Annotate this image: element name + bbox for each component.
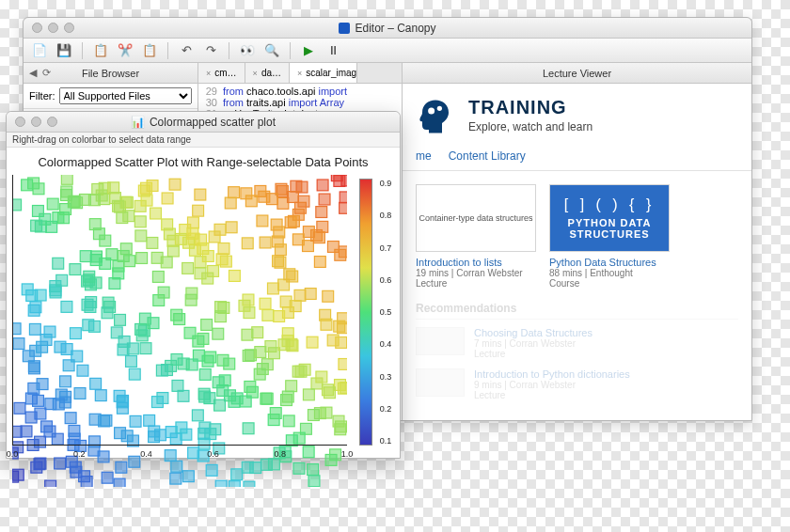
svg-rect-229 [116, 462, 127, 473]
card-meta: 19 mins | Corran Webster [416, 268, 536, 278]
card-thumbnail: [ ] ( ) { } PYTHON DATA STRUCTURES [549, 184, 670, 252]
reco-title: Introduction to Python dictionaries [474, 368, 630, 380]
svg-rect-208 [81, 477, 92, 488]
svg-rect-165 [303, 446, 314, 458]
minimize-icon[interactable] [31, 117, 41, 127]
svg-rect-47 [308, 464, 319, 476]
editor-tab[interactable]: ×cm… [198, 63, 245, 83]
recommendations-heading: Recommendations [416, 302, 738, 320]
svg-rect-160 [229, 481, 240, 488]
back-icon[interactable]: ◀ [29, 67, 37, 79]
svg-rect-120 [45, 480, 56, 487]
editor-tab[interactable]: ×da… [245, 63, 290, 83]
svg-rect-177 [165, 450, 176, 462]
card-thumbnail: Container-type data structures [416, 184, 536, 252]
file-browser-title: File Browser [82, 68, 139, 79]
window-controls[interactable] [24, 23, 74, 33]
tab-label: scalar_imag… [306, 68, 357, 78]
editor-tab[interactable]: ×scalar_imag… [290, 63, 357, 83]
reco-thumbnail [416, 327, 465, 355]
svg-rect-303 [182, 471, 194, 482]
lecture-viewer-panel: Lecture Viewer TRAINING Explore, watch a… [402, 63, 751, 420]
plot-window-icon: 📊 [131, 116, 145, 129]
axes [12, 175, 347, 446]
svg-rect-384 [129, 456, 140, 467]
app-icon [339, 23, 350, 34]
lecture-card[interactable]: Container-type data structures Introduct… [416, 184, 536, 289]
svg-rect-138 [98, 451, 109, 462]
tab-content-library[interactable]: Content Library [449, 149, 526, 163]
reco-title: Choosing Data Structures [474, 327, 592, 338]
minimize-icon[interactable] [48, 23, 58, 33]
plot-hint: Right-drag on colorbar to select data ra… [7, 133, 400, 148]
undo-button[interactable] [178, 42, 195, 59]
save-button[interactable] [55, 42, 72, 59]
close-tab-icon[interactable]: × [206, 69, 211, 78]
card-kind: Lecture [416, 278, 536, 289]
filter-select[interactable]: All Supported Files [59, 87, 193, 104]
titlebar[interactable]: Editor – Canopy [24, 18, 751, 39]
plot-window-controls[interactable] [7, 117, 57, 127]
card-title: Introduction to lists [416, 257, 536, 268]
svg-rect-209 [171, 461, 182, 472]
close-tab-icon[interactable]: × [253, 69, 258, 78]
filter-label: Filter: [29, 90, 55, 102]
find-button[interactable] [239, 42, 256, 59]
close-icon[interactable] [32, 23, 42, 33]
card-title: Python Data Structures [549, 257, 670, 268]
svg-rect-114 [114, 478, 125, 487]
refresh-icon[interactable]: ⟳ [42, 67, 51, 79]
svg-rect-262 [55, 458, 66, 469]
svg-rect-320 [215, 480, 227, 487]
paste-button[interactable] [141, 42, 158, 59]
svg-rect-5 [206, 464, 217, 476]
close-icon[interactable] [15, 117, 25, 127]
file-browser-header: ◀ ⟳ File Browser [24, 63, 198, 84]
close-tab-icon[interactable]: × [297, 69, 302, 78]
training-head-icon [416, 97, 455, 136]
reco-kind: Lecture [474, 390, 630, 400]
copy-button[interactable] [92, 42, 109, 59]
tab-label: cm… [214, 68, 236, 78]
svg-rect-204 [12, 471, 19, 482]
card-kind: Course [549, 278, 670, 289]
new-file-button[interactable] [31, 42, 48, 59]
recommendation-item[interactable]: Choosing Data Structures 7 mins | Corran… [416, 327, 738, 359]
editor-tabs: ×cm… ×da… ×scalar_imag… [198, 63, 402, 84]
svg-rect-180 [308, 476, 320, 487]
recommendations: Recommendations Choosing Data Structures… [403, 302, 751, 400]
zoom-icon[interactable] [47, 117, 57, 127]
reco-meta: 7 mins | Corran Webster [474, 338, 592, 349]
training-heading: TRAINING [468, 97, 592, 118]
svg-point-1 [437, 106, 442, 111]
svg-rect-351 [250, 462, 261, 474]
lecture-card[interactable]: [ ] ( ) { } PYTHON DATA STRUCTURES Pytho… [549, 184, 670, 289]
colorbar[interactable]: 0.90.80.70.60.50.40.30.20.1 [356, 175, 394, 446]
svg-rect-371 [35, 458, 46, 469]
lecture-viewer-title: Lecture Viewer [543, 68, 611, 79]
window-title: Editor – Canopy [355, 22, 435, 35]
plot-title: Colormapped Scatter Plot with Range-sele… [7, 148, 400, 171]
tab-home[interactable]: me [416, 149, 432, 163]
run-button[interactable] [300, 42, 317, 59]
plot-titlebar[interactable]: 📊 Colormapped scatter plot [7, 112, 400, 133]
plot-window: 📊 Colormapped scatter plot Right-drag on… [6, 111, 401, 459]
step-button[interactable] [324, 42, 341, 59]
training-sub: Explore, watch and learn [468, 120, 592, 133]
redo-button[interactable] [202, 42, 219, 59]
tab-label: da… [261, 68, 281, 78]
lecture-viewer-header: Lecture Viewer [403, 63, 751, 84]
svg-rect-329 [268, 459, 279, 470]
recommendation-item[interactable]: Introduction to Python dictionaries 9 mi… [416, 368, 738, 400]
zoom-icon[interactable] [64, 23, 74, 33]
plot-area[interactable]: 1.00.80.60.40.20.00.00.20.40.60.81.0 [12, 175, 347, 446]
reco-meta: 9 mins | Corran Webster [474, 380, 630, 390]
svg-rect-340 [325, 454, 337, 465]
svg-rect-272 [244, 481, 255, 487]
svg-rect-338 [293, 462, 305, 474]
cut-button[interactable] [117, 42, 134, 59]
plot-window-title: Colormapped scatter plot [150, 116, 276, 129]
svg-rect-240 [188, 447, 199, 459]
svg-rect-14 [231, 469, 243, 480]
search-button[interactable] [263, 42, 280, 59]
